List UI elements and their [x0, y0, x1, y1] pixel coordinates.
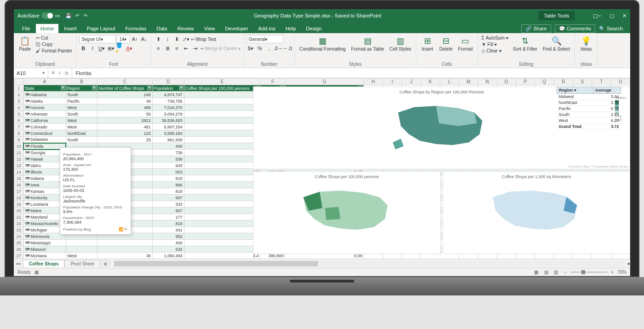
insert-cells-button[interactable]: ⊞Insert — [419, 35, 436, 52]
cell-state[interactable]: 🗺 Arkansas — [23, 111, 66, 117]
cell[interactable]: 3 — [184, 233, 260, 240]
sheet-tab-active[interactable]: Coffee Shops — [23, 260, 64, 267]
fill-button[interactable]: ▼Fill▾ — [481, 41, 509, 47]
cell[interactable]: 952 — [152, 233, 184, 240]
cell[interactable]: 3,588,184 — [152, 130, 184, 137]
cell[interactable]: West — [66, 253, 98, 259]
col-header[interactable]: M — [459, 79, 477, 85]
cell[interactable]: South — [66, 111, 98, 117]
cell[interactable]: 3.3 — [184, 143, 260, 150]
table-header[interactable]: Population▾ — [152, 85, 184, 92]
cell[interactable]: 149 — [98, 92, 152, 98]
cell[interactable]: 8.6 — [184, 124, 260, 130]
scroll-right-icon[interactable]: ▸ — [628, 261, 630, 266]
cell[interactable]: 3.9 — [184, 162, 260, 169]
pivot-cell[interactable]: South — [557, 112, 593, 118]
row-header[interactable]: 19 — [14, 201, 24, 208]
pivot-header[interactable]: Average — [593, 87, 621, 94]
cell[interactable]: 39,536,653 — [152, 117, 184, 124]
cell[interactable]: 866 — [152, 182, 184, 188]
cell[interactable]: 2.6 — [184, 137, 260, 143]
cell[interactable]: 3.5 — [184, 188, 260, 195]
cell[interactable]: 2821 — [98, 117, 152, 124]
formula-input[interactable]: Florida — [72, 68, 630, 78]
italic-icon[interactable]: I — [88, 44, 97, 52]
table-header[interactable]: Coffee Shops per 100,000 persons▾ — [184, 85, 260, 92]
row-header[interactable]: 17 — [14, 188, 24, 195]
cell-state[interactable]: 🗺 Montana — [23, 253, 66, 259]
cancel-formula-icon[interactable]: ✕ — [51, 70, 55, 76]
autosum-button[interactable]: ΣAutoSum▾ — [481, 35, 509, 41]
cell[interactable]: West — [66, 117, 98, 124]
pivot-cell[interactable]: 3.04 — [593, 94, 621, 100]
autosave-toggle[interactable]: AutoSave On — [17, 12, 60, 19]
zoom-level[interactable]: 70% — [617, 270, 627, 275]
col-header[interactable]: T — [592, 79, 611, 85]
col-header[interactable]: K — [421, 79, 440, 85]
filter-icon[interactable]: ▾ — [61, 86, 65, 90]
col-header[interactable]: L — [440, 79, 459, 85]
sheet-tab[interactable]: Pivot Sheet — [64, 260, 100, 267]
cell[interactable]: 818 — [152, 188, 184, 195]
font-color-icon[interactable]: A▾ — [125, 44, 133, 52]
row-header[interactable]: 21 — [14, 214, 24, 220]
row-header[interactable]: 15 — [14, 175, 24, 182]
cell-state[interactable]: 🗺 California — [23, 117, 66, 124]
col-header[interactable]: Q — [535, 79, 554, 85]
row-header[interactable]: 11 — [14, 150, 24, 156]
prev-sheet-icon[interactable]: ▸ — [19, 261, 21, 266]
cell[interactable]: 3.4 — [184, 253, 260, 259]
first-sheet-icon[interactable]: ◂ — [16, 261, 18, 266]
indent-decrease-icon[interactable]: ⇤ — [182, 44, 190, 52]
fx-icon[interactable]: fx — [65, 70, 69, 76]
col-header[interactable]: D — [152, 79, 184, 85]
row-header[interactable]: 6 — [14, 117, 24, 124]
row-header[interactable]: 16 — [14, 182, 24, 188]
bold-icon[interactable]: B — [79, 44, 87, 52]
row-header[interactable]: 5 — [14, 111, 24, 117]
cell[interactable]: 907 — [152, 195, 184, 201]
row-header[interactable]: 26 — [14, 246, 24, 253]
cell[interactable]: NorthEast — [66, 130, 98, 137]
cell[interactable]: 400 — [152, 143, 184, 150]
cell[interactable]: 2.2 — [184, 208, 260, 214]
cell[interactable]: 6.6 — [184, 98, 260, 104]
pivot-table[interactable]: Region ▾AverageMidwest3.04NorthEast2.73P… — [557, 87, 621, 130]
col-header[interactable]: P — [516, 79, 535, 85]
cell[interactable]: 739,795 — [152, 98, 184, 104]
filter-icon[interactable]: ▾ — [179, 86, 184, 90]
pivot-header[interactable]: Region ▾ — [557, 87, 593, 94]
close-icon[interactable]: ✕ — [622, 13, 627, 19]
page-break-view-icon[interactable]: ▥ — [552, 269, 560, 275]
cell[interactable]: 4.7 — [184, 92, 260, 98]
row-header[interactable]: 13 — [14, 162, 24, 169]
decrease-decimal-icon[interactable]: ←.0 — [283, 44, 292, 52]
pivot-cell[interactable]: Pacific — [557, 106, 593, 112]
cell[interactable]: 481 — [98, 124, 152, 130]
ribbon-display-icon[interactable]: ▢ — [593, 13, 598, 19]
row-header[interactable]: 25 — [14, 240, 24, 246]
search-button[interactable]: 🔍 Search — [599, 26, 623, 32]
toggle-icon[interactable] — [41, 12, 53, 19]
tab-help[interactable]: Help — [281, 24, 301, 33]
chart-per-1000km-map[interactable]: Coffee Shops per 1,000 sq kilometers — [443, 171, 630, 254]
currency-icon[interactable]: $▾ — [247, 44, 255, 52]
cell[interactable]: 1.8 — [184, 201, 260, 208]
cell[interactable]: 7,016,270 — [152, 104, 184, 111]
row-header[interactable]: 14 — [14, 169, 24, 175]
cell-state[interactable]: 🗺 Delaware — [23, 137, 66, 143]
orientation-icon[interactable]: ⤢▾ — [182, 35, 190, 43]
macro-record-icon[interactable]: ▦ — [34, 270, 39, 275]
cell[interactable] — [98, 246, 152, 253]
delete-cells-button[interactable]: ⊟Delete — [437, 35, 454, 52]
cell[interactable]: 123 — [98, 130, 152, 137]
cell[interactable]: Pacific — [66, 98, 98, 104]
align-top-icon[interactable]: ⬆ — [154, 35, 162, 43]
cell[interactable]: 3,004,279 — [152, 111, 184, 117]
align-middle-icon[interactable]: ↕ — [163, 35, 172, 43]
copy-button[interactable]: ⿻Copy — [35, 41, 73, 47]
tab-page-layout[interactable]: Page Layout — [82, 24, 120, 33]
row-header[interactable]: 4 — [14, 104, 24, 111]
table-header[interactable]: Region▾ — [66, 85, 98, 92]
sort-filter-button[interactable]: ⇅Sort & Filter — [511, 35, 539, 52]
